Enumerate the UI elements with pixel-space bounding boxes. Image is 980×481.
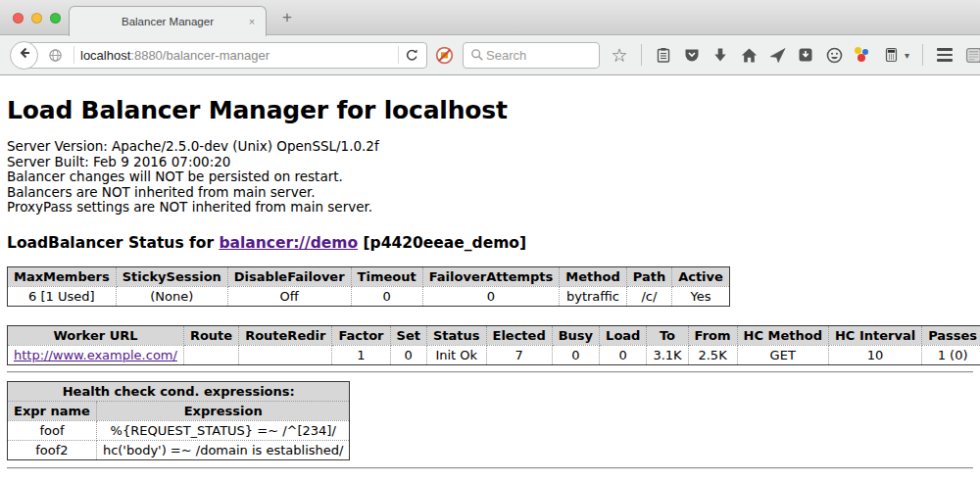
column-header: Busy bbox=[552, 325, 599, 345]
proxypass-notice-line: ProxyPass settings are NOT inherited fro… bbox=[7, 200, 973, 216]
column-header: Load bbox=[600, 325, 647, 345]
column-header: Expression bbox=[96, 401, 350, 420]
persist-notice-line: Balancer changes will NOT be persisted o… bbox=[7, 169, 973, 185]
table-header-row: MaxMembers StickySession DisableFailover… bbox=[8, 266, 730, 286]
url-bar[interactable]: localhost:8880/balancer-manager bbox=[24, 42, 427, 69]
disable-failover-cell: Off bbox=[227, 286, 351, 306]
send-plane-icon[interactable] bbox=[768, 46, 786, 64]
status-cell: Init Ok bbox=[426, 345, 486, 364]
timeout-cell: 0 bbox=[351, 286, 422, 306]
back-arrow-icon bbox=[17, 45, 32, 65]
load-cell: 0 bbox=[600, 345, 647, 364]
table-row: 6 [1 Used] (None) Off 0 0 bytraffic /c/ … bbox=[8, 286, 730, 306]
table-row: foof2 hc('body') =~ /domain is establish… bbox=[8, 440, 350, 459]
home-icon[interactable] bbox=[740, 46, 758, 64]
column-header: Set bbox=[390, 325, 426, 345]
hc-interval-cell: 10 bbox=[828, 345, 921, 364]
tab-close-icon[interactable]: × bbox=[246, 16, 258, 27]
loadbalancer-status-heading: LoadBalancer Status for balancer://demo … bbox=[7, 234, 973, 252]
container-icon[interactable] bbox=[882, 46, 900, 64]
column-header: StickySession bbox=[116, 266, 227, 286]
new-tab-button[interactable]: + bbox=[277, 8, 297, 27]
route-redir-cell bbox=[239, 345, 332, 364]
plugin-blocked-icon[interactable] bbox=[435, 46, 454, 65]
search-icon bbox=[469, 46, 484, 64]
navigation-toolbar: localhost:8880/balancer-manager ☆ bbox=[0, 35, 980, 75]
window-controls bbox=[13, 13, 61, 24]
column-header: Active bbox=[672, 266, 730, 286]
column-header: Factor bbox=[332, 325, 390, 345]
elected-cell: 7 bbox=[486, 345, 552, 364]
worker-url-cell: http://www.example.com/ bbox=[8, 345, 184, 364]
passes-cell: 1 (0) bbox=[922, 345, 980, 364]
back-button[interactable] bbox=[10, 41, 38, 70]
page-bottom-divider bbox=[7, 467, 973, 468]
table-title-row: Health check cond. expressions: bbox=[8, 381, 350, 401]
toolbar-separator bbox=[922, 44, 923, 66]
url-domain: localhost bbox=[80, 48, 130, 63]
factor-cell: 1 bbox=[332, 345, 390, 364]
globe-icon bbox=[48, 48, 63, 63]
expr-name-cell: foof bbox=[8, 420, 97, 440]
window-titlebar: Balancer Manager × + bbox=[0, 0, 980, 35]
toolbar-icons: ☆ ▾ bbox=[611, 44, 980, 66]
worker-status-table: Worker URL Route RouteRedir Factor Set S… bbox=[7, 325, 980, 365]
column-header: Method bbox=[560, 266, 626, 286]
hc-method-cell: GET bbox=[737, 345, 828, 364]
column-header: HC Method bbox=[737, 325, 828, 345]
status-heading-suffix: [p4420eeae_demo] bbox=[358, 234, 526, 252]
column-header: Passes bbox=[922, 325, 980, 345]
sticky-session-cell: (None) bbox=[116, 286, 227, 306]
colored-dots-icon[interactable] bbox=[854, 46, 871, 64]
column-header: DisableFailover bbox=[227, 266, 351, 286]
server-info: Server Version: Apache/2.5.0-dev (Unix) … bbox=[7, 139, 973, 216]
health-check-table: Health check cond. expressions: Expr nam… bbox=[7, 381, 350, 460]
close-window-button[interactable] bbox=[13, 13, 24, 24]
path-cell: /c/ bbox=[626, 286, 671, 306]
menu-icon[interactable] bbox=[936, 46, 954, 64]
expression-cell: hc('body') =~ /domain is established/ bbox=[96, 440, 350, 459]
downloads-icon[interactable] bbox=[711, 46, 729, 64]
busy-cell: 0 bbox=[552, 345, 599, 364]
column-header: Worker URL bbox=[8, 325, 184, 345]
tab-preview-icon[interactable] bbox=[964, 46, 980, 64]
search-input[interactable] bbox=[484, 47, 582, 64]
health-table-title: Health check cond. expressions: bbox=[8, 381, 350, 401]
emoji-smiley-icon[interactable] bbox=[825, 46, 843, 64]
tab-balancer-manager[interactable]: Balancer Manager × bbox=[69, 6, 267, 36]
reading-list-icon[interactable] bbox=[655, 46, 672, 64]
column-header: Status bbox=[426, 325, 486, 345]
zoom-window-button[interactable] bbox=[50, 13, 61, 24]
status-heading-prefix: LoadBalancer Status for bbox=[7, 234, 219, 252]
column-header: Expr name bbox=[8, 401, 97, 420]
balancer-demo-link[interactable]: balancer://demo bbox=[219, 234, 358, 252]
from-cell: 2.5K bbox=[688, 345, 737, 364]
expression-cell: %{REQUEST_STATUS} =~ /^[234]/ bbox=[96, 420, 350, 440]
active-cell: Yes bbox=[672, 286, 730, 306]
save-page-icon[interactable] bbox=[797, 46, 814, 64]
table-row: foof %{REQUEST_STATUS} =~ /^[234]/ bbox=[8, 420, 350, 440]
route-cell bbox=[183, 345, 238, 364]
set-cell: 0 bbox=[390, 345, 426, 364]
search-bar[interactable] bbox=[463, 42, 600, 69]
column-header: Path bbox=[626, 266, 671, 286]
method-cell: bytraffic bbox=[560, 286, 626, 306]
page-content: Load Balancer Manager for localhost Serv… bbox=[0, 96, 980, 468]
table-header-row: Expr name Expression bbox=[8, 401, 350, 420]
tab-title: Balancer Manager bbox=[122, 16, 214, 27]
column-header: Timeout bbox=[351, 266, 422, 286]
worker-url-link[interactable]: http://www.example.com/ bbox=[14, 348, 177, 362]
column-header: RouteRedir bbox=[239, 325, 332, 345]
column-header: HC Interval bbox=[828, 325, 921, 345]
bookmark-star-icon[interactable]: ☆ bbox=[611, 46, 628, 64]
column-header: Route bbox=[183, 325, 238, 345]
expr-name-cell: foof2 bbox=[8, 440, 97, 459]
minimize-window-button[interactable] bbox=[31, 13, 42, 24]
table-header-row: Worker URL Route RouteRedir Factor Set S… bbox=[8, 325, 980, 345]
table-row: http://www.example.com/ 1 0 Init Ok 7 0 … bbox=[8, 345, 980, 364]
column-header: MaxMembers bbox=[8, 266, 117, 286]
reload-icon[interactable] bbox=[405, 48, 419, 63]
pocket-icon[interactable] bbox=[683, 46, 701, 64]
dropdown-caret-icon[interactable]: ▾ bbox=[905, 50, 909, 61]
page-title: Load Balancer Manager for localhost bbox=[7, 96, 973, 124]
